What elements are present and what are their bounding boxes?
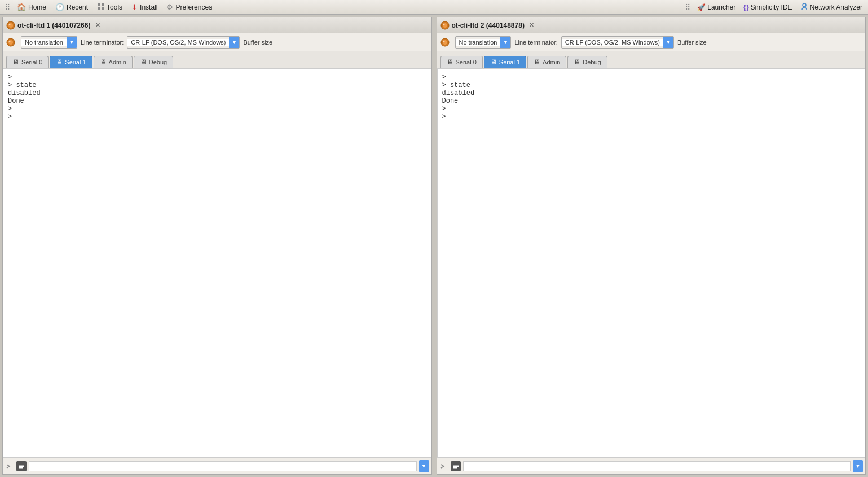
panel2-line-term-label: Line terminator: [514, 39, 557, 46]
panel1-tab-debug-label: Debug [149, 59, 167, 65]
panel2-tab-debug-icon: 🖥 [574, 58, 580, 66]
panel1-tab-serial0-icon: 🖥 [12, 58, 19, 66]
panel2-tab-debug[interactable]: 🖥 Debug [567, 56, 607, 68]
panel2-translation-dropdown[interactable]: ▼ [500, 37, 510, 48]
panel2-terminal: > > state disabled Done > > [437, 68, 866, 457]
menu-simplicity-ide-label: Simplicity IDE [751, 3, 792, 11]
menu-launcher[interactable]: 🚀 Launcher [694, 2, 739, 12]
panel2-toolbar-icon [440, 38, 450, 47]
panel2-close-button[interactable]: ✕ [528, 21, 536, 29]
menu-home[interactable]: 🏠 Home [12, 2, 51, 12]
panel2-tab-serial0-icon: 🖥 [447, 58, 453, 66]
menu-tools[interactable]: Tools [92, 2, 127, 13]
panel1-toolbar-icon [6, 38, 15, 47]
menu-recent[interactable]: 🕐 Recent [51, 2, 92, 12]
panel2-input-bar: ▼ [437, 457, 866, 474]
simplicity-ide-icon: {} [743, 3, 748, 11]
menu-network-analyzer-label: Network Analyzer [810, 3, 862, 11]
panel2-tabbar: 🖥 Serial 0 🖥 Serial 1 🖥 Admin 🖥 Debug [437, 51, 866, 68]
panel1-toolbar: No translation ▼ Line terminator: CR-LF … [3, 33, 431, 51]
panel2-tab-serial1-icon: 🖥 [490, 58, 497, 66]
svg-rect-22 [453, 467, 457, 469]
panel2-line-term-dropdown[interactable]: ▼ [663, 37, 673, 48]
panel2-tab-admin[interactable]: 🖥 Admin [527, 56, 566, 68]
panel1-translation-value: No translation [21, 39, 67, 46]
menu-install-label: Install [140, 3, 157, 11]
panel1-tab-debug[interactable]: 🖥 Debug [134, 56, 173, 68]
panel1-close-button[interactable]: ✕ [94, 21, 102, 29]
panel2-send-button[interactable]: ▼ [853, 460, 863, 472]
svg-rect-2 [102, 3, 104, 6]
menu-simplicity-ide[interactable]: {} Simplicity IDE [740, 2, 795, 12]
home-icon: 🏠 [17, 3, 26, 11]
drag-handle: ⠿ [2, 3, 12, 12]
panel2-title-icon [440, 21, 450, 30]
panel1-line-term-dropdown[interactable]: ▼ [229, 37, 239, 48]
panel2-tab-serial1-label: Serial 1 [499, 59, 520, 65]
svg-rect-13 [19, 467, 23, 469]
panel1-tab-admin-label: Admin [109, 59, 126, 65]
svg-rect-0 [98, 3, 100, 6]
panel2-titlebar: ot-cli-ftd 2 (440148878) ✕ [437, 17, 866, 33]
panel1-tabbar: 🖥 Serial 0 🖥 Serial 1 🖥 Admin 🖥 Debug [3, 51, 431, 68]
svg-rect-3 [102, 7, 104, 10]
panel1-translation-select[interactable]: No translation ▼ [21, 36, 77, 49]
panel2-tab-serial0-label: Serial 0 [456, 59, 477, 65]
panel1-terminal: > > state disabled Done > > [3, 68, 431, 457]
svg-point-10 [9, 40, 11, 42]
menubar: ⠿ 🏠 Home 🕐 Recent Tools ⬇ Install ⚙ Pref… [0, 0, 868, 15]
panel1-line-term-select[interactable]: CR-LF (DOS, OS/2, MS Windows) ▼ [127, 36, 240, 49]
panel2-tab-admin-icon: 🖥 [534, 58, 540, 66]
svg-point-7 [9, 23, 11, 25]
panel1-tab-serial1-label: Serial 1 [65, 59, 86, 65]
panel2-tab-debug-label: Debug [583, 59, 601, 65]
svg-point-16 [443, 23, 444, 25]
panel2-input-field[interactable] [463, 461, 851, 471]
panel1-titlebar: ot-cli-ftd 1 (440107266) ✕ [3, 17, 431, 33]
panel2-tab-serial0[interactable]: 🖥 Serial 0 [440, 56, 483, 68]
panel1: ot-cli-ftd 1 (440107266) ✕ No translatio… [2, 17, 432, 475]
panel1-input-bar: ▼ [3, 457, 431, 474]
panel1-cmd-icon [16, 461, 27, 471]
panel1-title-icon [6, 21, 15, 30]
panel2-cmd-icon [451, 461, 461, 471]
panel1-tab-serial0[interactable]: 🖥 Serial 0 [6, 56, 49, 68]
launcher-icon: 🚀 [697, 3, 706, 11]
panel1-line-term-label: Line terminator: [81, 39, 124, 46]
panel1-line-term-value: CR-LF (DOS, OS/2, MS Windows) [127, 39, 229, 46]
panel2-translation-select[interactable]: No translation ▼ [455, 36, 512, 49]
svg-rect-20 [453, 465, 459, 466]
panel1-tab-admin[interactable]: 🖥 Admin [94, 56, 133, 68]
panel2-line-term-select[interactable]: CR-LF (DOS, OS/2, MS Windows) ▼ [561, 36, 674, 49]
panel1-translation-dropdown[interactable]: ▼ [67, 37, 77, 48]
panel1-input-field[interactable] [29, 461, 417, 471]
main-content: ot-cli-ftd 1 (440107266) ✕ No translatio… [0, 15, 868, 477]
menu-network-analyzer[interactable]: Network Analyzer [797, 1, 866, 13]
panel1-tab-admin-icon: 🖥 [100, 58, 107, 66]
panel1-send-button[interactable]: ▼ [419, 460, 429, 472]
panel2-prompt-icon [439, 462, 448, 471]
svg-rect-12 [19, 466, 24, 467]
svg-point-19 [443, 40, 444, 42]
menu-preferences-label: Preferences [175, 3, 212, 11]
svg-rect-21 [453, 466, 459, 467]
panel1-tab-serial1-icon: 🖥 [56, 58, 63, 66]
panel1-tab-serial1[interactable]: 🖥 Serial 1 [50, 56, 92, 68]
right-drag-handle: ⠿ [682, 3, 693, 12]
menu-right: ⠿ 🚀 Launcher {} Simplicity IDE Network A… [682, 1, 866, 13]
panel1-title: ot-cli-ftd 1 (440107266) [17, 21, 90, 29]
svg-rect-1 [98, 7, 100, 10]
prefs-icon: ⚙ [166, 3, 173, 11]
tools-icon [97, 3, 104, 12]
panel1-tab-serial0-label: Serial 0 [21, 59, 42, 65]
panel2-tab-serial1[interactable]: 🖥 Serial 1 [484, 56, 526, 68]
panel2-title: ot-cli-ftd 2 (440148878) [452, 21, 525, 29]
svg-rect-11 [19, 465, 24, 466]
panel2: ot-cli-ftd 2 (440148878) ✕ No translatio… [437, 17, 866, 475]
panel1-tab-debug-icon: 🖥 [140, 58, 147, 66]
menu-install[interactable]: ⬇ Install [127, 2, 162, 12]
menu-recent-label: Recent [67, 3, 88, 11]
menu-preferences[interactable]: ⚙ Preferences [162, 2, 217, 12]
panel1-buffer-label: Buffer size [243, 39, 272, 46]
menu-launcher-label: Launcher [707, 3, 735, 11]
